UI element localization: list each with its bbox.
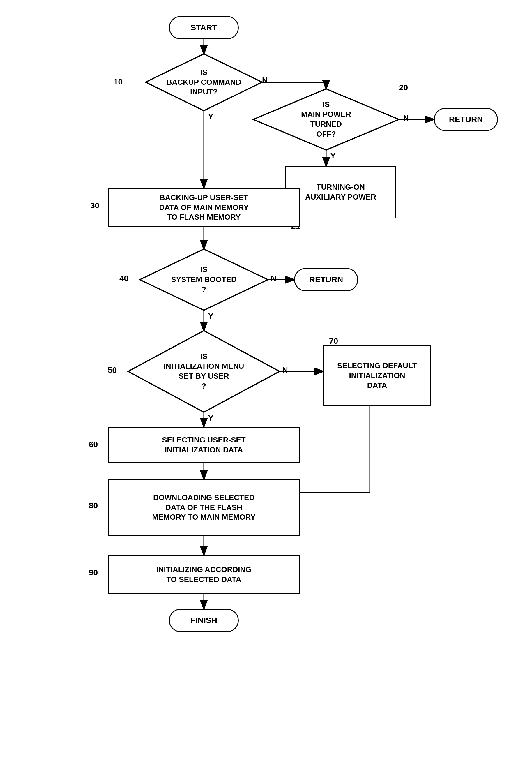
decision1-backup-command: IS BACKUP COMMAND INPUT? [146,54,262,111]
decision2-main-power: IS MAIN POWER TURNED OFF? [253,89,399,150]
return1-terminal: RETURN [434,108,498,131]
label-y2: Y [330,152,335,161]
process1-auxiliary-power: TURNING-ON AUXILIARY POWER [285,166,396,218]
process2-backing-up: BACKING-UP USER-SET DATA OF MAIN MEMORY … [108,188,300,227]
finish-terminal: FINISH [169,609,239,632]
decision3-system-booted: IS SYSTEM BOOTED ? [140,249,268,310]
process4-select-default-init: SELECTING DEFAULT INITIALIZATION DATA [323,345,431,406]
flowchart: START IS BACKUP COMMAND INPUT? 10 Y N IS… [0,0,532,776]
label-y1: Y [208,112,213,121]
ref-80: 80 [89,501,98,510]
label-y3: Y [208,312,213,321]
label-n3: N [271,274,276,283]
ref-30: 30 [90,201,99,210]
ref-90: 90 [89,568,98,577]
return2-terminal: RETURN [294,268,358,291]
start-terminal: START [169,16,239,39]
process6-initializing: INITIALIZING ACCORDING TO SELECTED DATA [108,555,300,594]
ref-60: 60 [89,440,98,449]
ref-20: 20 [399,83,408,92]
label-n2: N [403,114,409,123]
ref-70: 70 [329,337,338,346]
process3-select-user-init: SELECTING USER-SET INITIALIZATION DATA [108,427,300,463]
label-n1: N [262,76,268,85]
ref-40: 40 [119,274,128,283]
label-y4: Y [208,414,213,423]
process5-downloading: DOWNLOADING SELECTED DATA OF THE FLASH M… [108,479,300,536]
ref-50: 50 [108,366,117,375]
label-n4: N [282,366,288,375]
ref-10: 10 [113,77,122,86]
decision4-init-menu: IS INITIALIZATION MENU SET BY USER ? [128,331,280,412]
